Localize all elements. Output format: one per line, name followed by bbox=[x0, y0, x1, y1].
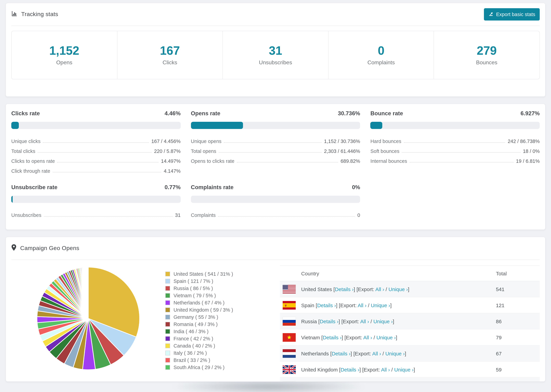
column-header-country: Country bbox=[280, 266, 493, 281]
export-all-link[interactable]: All › bbox=[375, 286, 384, 292]
geo-row-united-kingdom: United Kingdom [Details ›] [Export: All … bbox=[280, 361, 540, 378]
legend-label: Russia ( 86 / 5% ) bbox=[174, 286, 213, 291]
bracket-close: ] bbox=[396, 334, 397, 340]
bracket-close: ] bbox=[408, 286, 409, 292]
legend-swatch bbox=[165, 279, 170, 283]
bracket-close: ] bbox=[405, 350, 406, 356]
stat-row-value: 18 / 0% bbox=[523, 148, 540, 155]
legend-item-germany[interactable]: Germany ( 55 / 3% ) bbox=[165, 313, 280, 321]
details-link[interactable]: Details › bbox=[340, 366, 359, 372]
details-link[interactable]: Details › bbox=[332, 350, 350, 356]
rate-section-bounce-rate: Bounce rate6.927%Hard bounces242 / 86.73… bbox=[370, 110, 540, 175]
export-unique-link[interactable]: Unique › bbox=[373, 318, 393, 324]
legend-item-united-kingdom[interactable]: United Kingdom ( 59 / 3% ) bbox=[165, 306, 280, 313]
country-name: Russia [ bbox=[301, 318, 320, 324]
rate-title: Complaints rate bbox=[191, 184, 233, 190]
stat-row-value: 4.147% bbox=[164, 168, 181, 175]
legend-label: United Kingdom ( 59 / 3% ) bbox=[174, 307, 233, 313]
rate-section-header: Clicks rate4.46% bbox=[11, 110, 181, 117]
stat-row-value: 689.82% bbox=[340, 158, 360, 165]
country-cell: United States [Details ›] [Export: All ›… bbox=[298, 281, 493, 297]
tracking-stats-card: Tracking stats Export basic stats 1,152O… bbox=[6, 3, 545, 97]
legend-item-romania[interactable]: Romania ( 49 / 3% ) bbox=[165, 321, 280, 328]
legend-item-india[interactable]: India ( 46 / 3% ) bbox=[165, 328, 280, 335]
legend-swatch bbox=[165, 329, 170, 334]
flag-es bbox=[283, 301, 296, 309]
country-name: United Kingdom [ bbox=[301, 366, 340, 372]
rate-section-header: Bounce rate6.927% bbox=[370, 110, 540, 117]
link-separator: / bbox=[367, 302, 371, 308]
export-unique-link[interactable]: Unique › bbox=[376, 334, 396, 340]
export-unique-link[interactable]: Unique › bbox=[371, 302, 390, 308]
export-unique-link[interactable]: Unique › bbox=[394, 366, 414, 372]
export-all-link[interactable]: All › bbox=[358, 302, 367, 308]
geo-row-vietnam: Vietnam [Details ›] [Export: All › / Uni… bbox=[280, 329, 540, 345]
export-prefix: ] [Export: bbox=[354, 286, 375, 292]
details-link[interactable]: Details › bbox=[317, 302, 336, 308]
dotted-leader bbox=[404, 142, 505, 143]
tracking-stats-title-text: Tracking stats bbox=[21, 11, 58, 18]
country-cell: Vietnam [Details ›] [Export: All › / Uni… bbox=[298, 329, 493, 345]
country-cell: Germany [Details ›] [Export: All › / Uni… bbox=[298, 378, 493, 382]
legend-swatch bbox=[165, 315, 170, 319]
export-all-link[interactable]: All › bbox=[363, 334, 372, 340]
rate-section-clicks-rate: Clicks rate4.46%Unique clicks167 / 4.456… bbox=[11, 110, 181, 175]
stat-row-total-opens: Total opens2,303 / 61.446% bbox=[191, 145, 360, 155]
stat-label: Unsubscribes bbox=[259, 60, 292, 66]
legend-label: United States ( 541 / 31% ) bbox=[174, 271, 233, 277]
country-text: Netherlands [Details ›] [Export: All › /… bbox=[301, 350, 406, 356]
rate-section-complaints-rate: Complaints rate0%Complaints0 bbox=[191, 184, 360, 219]
export-all-link[interactable]: All › bbox=[381, 366, 390, 372]
total-cell: 86 bbox=[493, 313, 540, 329]
details-link[interactable]: Details › bbox=[323, 334, 342, 340]
flag-cell bbox=[280, 378, 298, 382]
export-unique-link[interactable]: Unique › bbox=[385, 350, 405, 356]
rate-title: Bounce rate bbox=[370, 110, 403, 117]
legend-item-netherlands[interactable]: Netherlands ( 67 / 4% ) bbox=[165, 299, 280, 306]
legend-swatch bbox=[165, 365, 170, 370]
dotted-leader bbox=[402, 152, 521, 153]
legend-swatch bbox=[165, 271, 170, 276]
legend-item-russia[interactable]: Russia ( 86 / 5% ) bbox=[165, 285, 280, 292]
geo-row-netherlands: Netherlands [Details ›] [Export: All › /… bbox=[280, 345, 540, 361]
stat-tile-complaints: 0Complaints bbox=[328, 31, 434, 79]
legend-swatch bbox=[165, 307, 170, 312]
country-name: Netherlands [ bbox=[301, 350, 332, 356]
export-all-link[interactable]: All › bbox=[360, 318, 369, 324]
legend-label: Spain ( 121 / 7% ) bbox=[174, 278, 213, 284]
export-all-link[interactable]: All › bbox=[372, 350, 381, 356]
legend-item-canada[interactable]: Canada ( 40 / 2% ) bbox=[165, 342, 280, 349]
dotted-leader bbox=[224, 142, 322, 143]
legend-item-brazil[interactable]: Brazil ( 33 / 2% ) bbox=[165, 357, 280, 364]
stat-tiles: 1,152Opens167Clicks31Unsubscribes0Compla… bbox=[11, 31, 540, 79]
export-icon bbox=[488, 11, 493, 17]
bar-chart-icon bbox=[11, 10, 17, 18]
geo-row-russia: Russia [Details ›] [Export: All › / Uniq… bbox=[280, 313, 540, 329]
legend-item-vietnam[interactable]: Vietnam ( 79 / 5% ) bbox=[165, 292, 280, 299]
stat-row-value: 14.497% bbox=[161, 158, 181, 165]
legend-swatch bbox=[165, 293, 170, 298]
export-basic-stats-button[interactable]: Export basic stats bbox=[484, 8, 540, 21]
details-link[interactable]: Details › bbox=[320, 318, 339, 324]
flag-ru bbox=[283, 317, 296, 325]
export-unique-link[interactable]: Unique › bbox=[389, 286, 408, 292]
stat-row-value: 1,152 / 30.736% bbox=[324, 139, 360, 145]
progress-bar bbox=[370, 122, 540, 129]
stat-row-label: Total clicks bbox=[11, 148, 35, 155]
stat-value: 1,152 bbox=[49, 44, 79, 57]
stat-row-label: Click through rate bbox=[11, 168, 50, 175]
legend-item-italy[interactable]: Italy ( 36 / 2% ) bbox=[165, 349, 280, 357]
legend-item-united-states[interactable]: United States ( 541 / 31% ) bbox=[165, 270, 280, 277]
tracking-stats-header: Tracking stats Export basic stats bbox=[6, 3, 545, 26]
stat-value: 0 bbox=[378, 44, 384, 57]
country-cell: United Kingdom [Details ›] [Export: All … bbox=[298, 361, 493, 378]
legend-item-south-africa[interactable]: South Africa ( 29 / 2% ) bbox=[165, 364, 280, 371]
flag-cell bbox=[280, 297, 298, 313]
stat-label: Complaints bbox=[367, 60, 395, 66]
details-link[interactable]: Details › bbox=[335, 286, 354, 292]
legend-item-france[interactable]: France ( 42 / 2% ) bbox=[165, 335, 280, 342]
dotted-leader bbox=[38, 152, 152, 153]
country-text: United States [Details ›] [Export: All ›… bbox=[301, 286, 409, 292]
legend-item-spain[interactable]: Spain ( 121 / 7% ) bbox=[165, 277, 280, 285]
link-separator: / bbox=[369, 318, 373, 324]
